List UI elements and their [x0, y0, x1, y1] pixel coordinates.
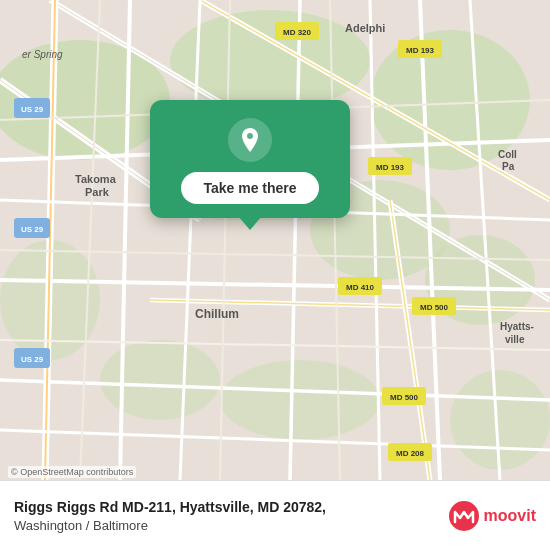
moovit-text: moovit	[484, 507, 536, 525]
location-pin-icon	[228, 118, 272, 162]
moovit-logo: moovit	[448, 500, 536, 532]
svg-text:Hyatts-: Hyatts-	[500, 321, 534, 332]
svg-text:MD 208: MD 208	[396, 449, 425, 458]
svg-text:MD 500: MD 500	[390, 393, 419, 402]
location-info: Riggs Riggs Rd MD-211, Hyattsville, MD 2…	[14, 498, 448, 533]
svg-text:US 29: US 29	[21, 355, 44, 364]
svg-text:US 29: US 29	[21, 225, 44, 234]
svg-text:MD 193: MD 193	[376, 163, 405, 172]
svg-text:Coll: Coll	[498, 149, 517, 160]
svg-text:Takoma: Takoma	[75, 173, 117, 185]
svg-text:MD 500: MD 500	[420, 303, 449, 312]
city-text: Washington / Baltimore	[14, 518, 448, 533]
map-attribution: © OpenStreetMap contributors	[8, 466, 136, 478]
svg-text:Adelphi: Adelphi	[345, 22, 385, 34]
svg-text:MD 320: MD 320	[283, 28, 312, 37]
svg-text:MD 410: MD 410	[346, 283, 375, 292]
address-text: Riggs Riggs Rd MD-211, Hyattsville, MD 2…	[14, 498, 448, 518]
svg-point-7	[220, 360, 380, 440]
svg-text:Pa: Pa	[502, 161, 515, 172]
svg-text:Park: Park	[85, 186, 110, 198]
take-me-there-button[interactable]: Take me there	[181, 172, 318, 204]
svg-text:ville: ville	[505, 334, 525, 345]
moovit-logo-icon	[448, 500, 480, 532]
location-popup: Take me there	[150, 100, 350, 218]
svg-point-70	[449, 501, 479, 531]
svg-text:MD 193: MD 193	[406, 46, 435, 55]
svg-text:US 29: US 29	[21, 105, 44, 114]
svg-point-9	[450, 370, 550, 470]
svg-text:er Spring: er Spring	[22, 49, 63, 60]
bottom-info-bar: Riggs Riggs Rd MD-211, Hyattsville, MD 2…	[0, 480, 550, 550]
map-view[interactable]: US 29 US 29 US 29 MD 320 MD 193 MD 193 M…	[0, 0, 550, 480]
svg-text:Chillum: Chillum	[195, 307, 239, 321]
svg-point-5	[100, 340, 220, 420]
